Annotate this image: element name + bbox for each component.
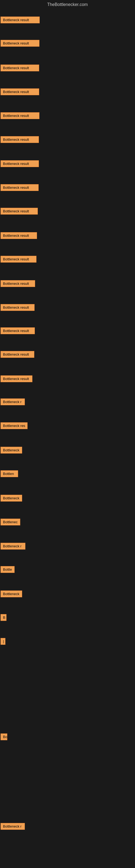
bottleneck-result-label: Bottleneck r	[1, 399, 25, 405]
bottleneck-result-row: Bo	[1, 734, 7, 741]
bottleneck-result-label: Bottle	[1, 566, 14, 573]
bottleneck-result-row: |	[1, 638, 5, 646]
bottleneck-result-label: Bottlen	[1, 470, 18, 477]
bottleneck-result-label: Bottleneck	[1, 495, 22, 501]
bottleneck-result-row: Bottleneck result	[1, 88, 39, 96]
bottleneck-result-label: Bottleneck result	[1, 328, 35, 334]
bottleneck-result-row: Bottleneck r	[1, 399, 25, 406]
site-title: TheBottlenecker.com	[0, 0, 135, 9]
bottleneck-result-row: Bottleneck result	[1, 328, 35, 335]
bottleneck-result-row: Bottleneck	[1, 590, 22, 598]
bottleneck-result-label: Bottlenec	[1, 519, 20, 525]
bottleneck-result-row: Bottleneck res	[1, 422, 28, 430]
bottleneck-result-row: Bottleneck result	[1, 136, 39, 144]
bottleneck-result-row: Bottleneck result	[1, 375, 32, 383]
bottleneck-result-label: Bottleneck result	[1, 351, 34, 358]
bottleneck-result-label: Bottleneck result	[1, 280, 35, 287]
bottleneck-result-label: Bottleneck r	[1, 823, 25, 830]
bottleneck-result-row: Bottleneck result	[1, 17, 40, 24]
bottleneck-result-row: Bottleneck result	[1, 65, 39, 72]
bottleneck-result-label: B	[1, 614, 6, 621]
bottleneck-result-label: Bottleneck result	[1, 112, 39, 119]
bottleneck-result-row: Bottleneck result	[1, 160, 39, 168]
bottleneck-result-row: Bottleneck result	[1, 280, 35, 288]
bottleneck-result-label: Bottleneck result	[1, 256, 37, 262]
bottleneck-result-label: Bottleneck result	[1, 160, 39, 167]
bottleneck-result-row: Bottleneck result	[1, 304, 35, 312]
bottleneck-result-row: Bottlen	[1, 470, 18, 478]
bottleneck-result-label: Bottleneck result	[1, 304, 35, 311]
bottleneck-result-row: Bottleneck r	[1, 543, 26, 551]
bottleneck-result-label: Bottleneck result	[1, 65, 39, 71]
bottleneck-result-label: Bottleneck result	[1, 208, 38, 215]
bottleneck-result-label: Bottleneck	[1, 447, 22, 454]
bottleneck-result-row: Bottleneck result	[1, 351, 34, 359]
bottleneck-result-label: Bottleneck result	[1, 40, 39, 46]
bottleneck-result-row: B	[1, 614, 6, 622]
bottleneck-result-row: Bottle	[1, 566, 14, 574]
bottleneck-result-label: |	[1, 638, 5, 645]
bottleneck-result-row: Bottleneck	[1, 495, 22, 503]
bottleneck-result-row: Bottleneck	[1, 447, 22, 455]
bottleneck-result-row: Bottleneck result	[1, 208, 38, 216]
bottleneck-result-label: Bottleneck r	[1, 543, 26, 550]
bottleneck-result-row: Bottlenec	[1, 519, 20, 527]
bottleneck-result-row: Bottleneck result	[1, 112, 39, 120]
bottleneck-result-row: Bottleneck r	[1, 823, 25, 831]
bottleneck-result-label: Bottleneck result	[1, 136, 39, 143]
bottleneck-result-label: Bo	[1, 734, 7, 740]
bottleneck-result-row: Bottleneck result	[1, 40, 39, 48]
bottleneck-result-row: Bottleneck result	[1, 184, 39, 192]
bottleneck-result-label: Bottleneck result	[1, 88, 39, 95]
bottleneck-result-label: Bottleneck	[1, 590, 22, 597]
bottleneck-result-label: Bottleneck res	[1, 422, 28, 429]
bottleneck-result-label: Bottleneck result	[1, 17, 40, 23]
bottleneck-result-label: Bottleneck result	[1, 184, 39, 191]
bottleneck-result-label: Bottleneck result	[1, 232, 37, 239]
bottleneck-result-row: Bottleneck result	[1, 232, 37, 240]
bottleneck-result-label: Bottleneck result	[1, 375, 32, 382]
bottleneck-result-row: Bottleneck result	[1, 256, 37, 264]
